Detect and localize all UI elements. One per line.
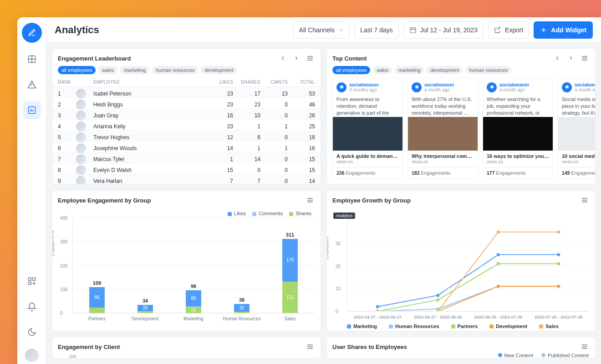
user-avatar[interactable] xyxy=(25,349,39,362)
avatar xyxy=(76,176,86,184)
brand-badge: ✱ xyxy=(336,82,346,92)
avatar xyxy=(76,165,86,175)
svg-rect-5 xyxy=(410,28,416,33)
content-card[interactable]: ✱socialweavera month ago With about 27% … xyxy=(407,78,478,179)
range-select[interactable]: Last 7 days xyxy=(354,21,399,39)
add-widget-label: Add Widget xyxy=(551,26,586,34)
menu-icon[interactable] xyxy=(305,195,315,205)
svg-rect-2 xyxy=(28,278,31,281)
date-picker[interactable]: Jul 12 - Jul 19, 2023 xyxy=(403,21,484,39)
svg-rect-4 xyxy=(28,282,31,285)
channel-select[interactable]: All Channels xyxy=(293,21,350,39)
alerts-icon[interactable] xyxy=(23,76,41,94)
plus-icon xyxy=(540,26,547,34)
table-row[interactable]: 4Arianna Kelly231125 xyxy=(52,120,321,131)
employee-growth-card: Employee Growth by Group Analytics Emplo… xyxy=(326,190,596,331)
menu-icon[interactable] xyxy=(305,53,315,63)
user-shares-card: User Shares to Employees New Content Pub… xyxy=(326,337,596,359)
filter-chip[interactable]: human resources xyxy=(465,66,511,74)
range-label: Last 7 days xyxy=(360,26,393,34)
filter-chip[interactable]: marketing xyxy=(395,66,424,74)
table-row[interactable]: 3Juan Gray1610026 xyxy=(52,109,321,120)
svg-point-17 xyxy=(557,262,560,265)
avatar xyxy=(76,100,86,110)
brand-badge: ✱ xyxy=(562,82,572,92)
menu-icon[interactable] xyxy=(580,53,590,63)
content-card[interactable]: ✱socialweavera month ago Social media sh… xyxy=(558,78,595,179)
content-card[interactable]: ✱socialweaver3 months ago From awareness… xyxy=(332,78,403,179)
svg-rect-3 xyxy=(32,278,35,281)
export-button[interactable]: Export xyxy=(488,21,529,39)
filter-chip[interactable]: sales xyxy=(373,66,392,74)
svg-point-24 xyxy=(497,230,500,233)
legend-item[interactable]: Marketing xyxy=(347,324,377,329)
avatar xyxy=(76,111,86,121)
content-card[interactable]: ✱socialweavera month ago Whether searchi… xyxy=(483,78,553,179)
next-icon[interactable] xyxy=(566,53,576,63)
legend-likes: Likes xyxy=(228,211,246,216)
leaderboard-card: Engagement Leaderboard all employeessale… xyxy=(52,48,321,185)
add-widget-button[interactable]: Add Widget xyxy=(534,21,593,39)
svg-point-9 xyxy=(557,253,560,256)
engagement-by-group-card: Employee Engagement by Group Likes Comme… xyxy=(52,190,321,331)
avatar xyxy=(76,121,86,131)
table-row[interactable]: 9Vera Harlan77014 xyxy=(52,174,321,184)
prev-icon[interactable] xyxy=(552,53,562,63)
bottom-left-title: Engagement by Client xyxy=(58,344,120,350)
dashboard-icon[interactable] xyxy=(23,50,41,68)
filter-chip[interactable]: marketing xyxy=(120,66,149,74)
notifications-icon[interactable] xyxy=(23,298,41,316)
menu-icon[interactable] xyxy=(580,195,590,205)
avatar xyxy=(76,154,86,164)
filter-chip[interactable]: development xyxy=(427,66,463,74)
menu-icon[interactable] xyxy=(580,342,590,352)
bar-ylabel: Engagement xyxy=(52,231,55,257)
avatar xyxy=(76,89,86,99)
avatar xyxy=(76,143,86,153)
table-row[interactable]: 5Trevor Hughes126018 xyxy=(52,131,321,142)
filter-chip[interactable]: all employees xyxy=(58,66,96,74)
top-content-card: Top Content all employeessalesmarketingd… xyxy=(326,48,596,185)
table-row[interactable]: 6Josephine Woods141116 xyxy=(52,142,321,152)
bar-chart-title: Employee Engagement by Group xyxy=(58,197,151,204)
legend-item[interactable]: Human Resources xyxy=(389,324,439,329)
svg-point-6 xyxy=(376,305,379,308)
table-row[interactable]: 2Heidi Briggs2323046 xyxy=(52,98,321,109)
date-label: Jul 12 - Jul 19, 2023 xyxy=(420,26,478,34)
thumbnail xyxy=(483,117,553,151)
engagement-by-client-card: Engagement by Client 100 83 xyxy=(52,337,321,359)
export-icon xyxy=(494,26,501,34)
legend-item[interactable]: Partners xyxy=(451,324,478,329)
apps-icon[interactable] xyxy=(23,272,41,290)
analytics-icon[interactable] xyxy=(23,101,41,119)
leaderboard-title: Engagement Leaderboard xyxy=(58,55,131,62)
calendar-icon xyxy=(409,26,417,34)
filter-chip[interactable]: all employees xyxy=(332,66,370,74)
legend-item[interactable]: Sales xyxy=(539,324,559,329)
table-row[interactable]: 1Isabel Peterson23171353 xyxy=(52,87,321,98)
menu-icon[interactable] xyxy=(305,342,315,352)
brand-badge: ✱ xyxy=(487,82,497,92)
svg-point-8 xyxy=(497,253,500,256)
table-row[interactable]: 8Evelyn D Walsh150015 xyxy=(52,163,321,174)
filter-chip[interactable]: development xyxy=(201,66,237,74)
legend-shares: Shares xyxy=(289,211,311,216)
channel-label: All Channels xyxy=(299,26,335,34)
page-title: Analytics xyxy=(55,24,99,36)
thumbnail xyxy=(558,117,595,151)
filter-chip[interactable]: sales xyxy=(98,66,117,74)
left-nav-rail xyxy=(17,17,46,364)
filter-chip[interactable]: human resources xyxy=(152,66,198,74)
table-row[interactable]: 7Marcus Tyler114015 xyxy=(52,152,321,163)
next-icon[interactable] xyxy=(291,53,301,63)
legend-item[interactable]: Development xyxy=(489,324,527,329)
brand-badge: ✱ xyxy=(412,82,422,92)
prev-icon[interactable] xyxy=(278,53,288,63)
theme-icon[interactable] xyxy=(23,323,41,341)
line-chart-title: Employee Growth by Group xyxy=(332,197,411,204)
topbar: Analytics All Channels Last 7 days Jul 1… xyxy=(46,17,601,43)
compose-button[interactable] xyxy=(22,23,42,43)
export-label: Export xyxy=(505,26,523,34)
svg-point-21 xyxy=(557,285,560,288)
legend-published-content: Published Content xyxy=(541,353,589,358)
